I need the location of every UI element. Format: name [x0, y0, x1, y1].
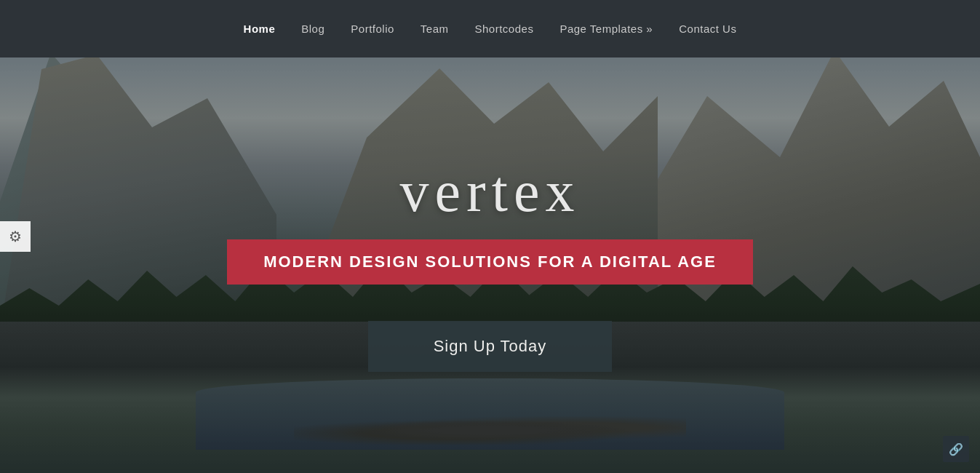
nav-link-page-templates[interactable]: Page Templates »: [559, 23, 653, 35]
nav-item-home[interactable]: Home: [244, 23, 276, 36]
hero-content: vertex MODERN DESIGN SOLUTIONS FOR A DIG…: [0, 57, 980, 473]
nav-link-shortcodes[interactable]: Shortcodes: [475, 23, 534, 35]
nav-link-team[interactable]: Team: [421, 23, 449, 35]
gear-icon: ⚙: [9, 228, 22, 245]
signup-button[interactable]: Sign Up Today: [368, 321, 613, 372]
navbar: Home Blog Portfolio Team Shortcodes Page…: [0, 0, 980, 57]
site-title: vertex: [400, 159, 581, 225]
nav-link-portfolio[interactable]: Portfolio: [351, 23, 394, 35]
nav-item-blog[interactable]: Blog: [301, 23, 324, 36]
gear-button[interactable]: ⚙: [0, 221, 31, 252]
nav-link-home[interactable]: Home: [244, 23, 276, 35]
nav-item-page-templates[interactable]: Page Templates »: [559, 23, 653, 36]
nav-item-team[interactable]: Team: [421, 23, 449, 36]
tagline-text: MODERN DESIGN SOLUTIONS FOR A DIGITAL AG…: [263, 253, 717, 271]
nav-item-contact[interactable]: Contact Us: [679, 23, 736, 36]
nav-item-shortcodes[interactable]: Shortcodes: [475, 23, 534, 36]
link-icon: 🔗: [949, 442, 963, 456]
nav-menu: Home Blog Portfolio Team Shortcodes Page…: [244, 23, 737, 36]
nav-link-blog[interactable]: Blog: [301, 23, 324, 35]
nav-item-portfolio[interactable]: Portfolio: [351, 23, 394, 36]
nav-link-contact[interactable]: Contact Us: [679, 23, 736, 35]
bottom-right-button[interactable]: 🔗: [943, 436, 969, 462]
tagline-bar: MODERN DESIGN SOLUTIONS FOR A DIGITAL AG…: [227, 239, 753, 285]
hero-section: ⚙ vertex MODERN DESIGN SOLUTIONS FOR A D…: [0, 0, 980, 473]
